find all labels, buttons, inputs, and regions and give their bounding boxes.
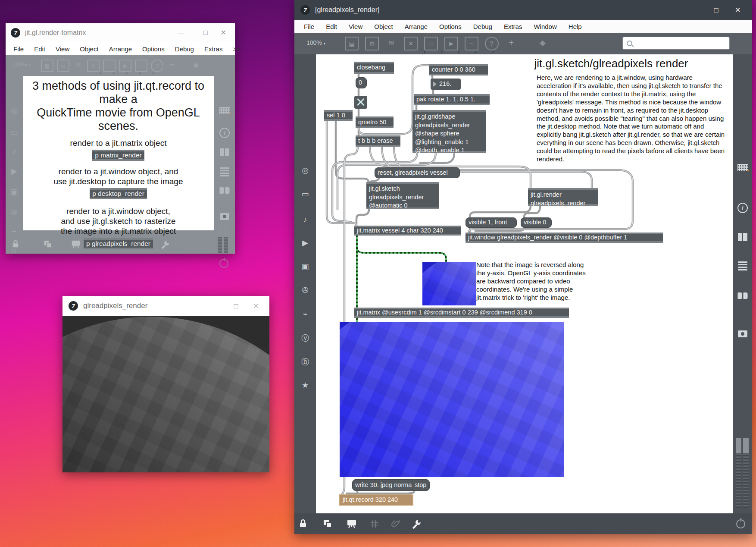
toggle-checked-icon[interactable] (354, 96, 367, 109)
search-box[interactable] (622, 37, 730, 50)
menu-view[interactable]: View (349, 23, 362, 30)
plug-icon[interactable]: ⌁ (303, 309, 308, 319)
menu-help[interactable]: Help (569, 23, 582, 30)
power-icon[interactable] (219, 259, 228, 268)
trigger-object[interactable]: t b b b erase (356, 135, 400, 147)
comment-icon[interactable]: ✉ (385, 37, 397, 49)
menu-extras[interactable]: Extras (504, 23, 522, 30)
target-icon[interactable]: ◎ (302, 166, 309, 175)
number-box[interactable]: 216. (431, 79, 461, 90)
titlebar[interactable]: 7 jit.gl.render-tomatrix — □ ✕ (6, 23, 235, 42)
menu-options[interactable]: Options (439, 23, 462, 30)
pak-object[interactable]: pak rotate 1. 1. 0.5 1. (414, 94, 490, 105)
preview-pwindow[interactable] (422, 262, 476, 305)
jit-window-object[interactable]: jit.window glreadpixels_render @visible … (465, 233, 663, 243)
patcher-canvas[interactable]: 3 methods of using jit.qt.record to make… (23, 76, 214, 230)
power-icon[interactable] (736, 519, 745, 528)
audio-note-icon[interactable]: ♪ (303, 215, 307, 224)
projector-icon[interactable]: ▭ (301, 189, 309, 199)
dial-icon[interactable]: ? (151, 60, 163, 72)
projector-icon[interactable]: ▭ (10, 128, 18, 137)
maximize-button[interactable]: □ (203, 29, 208, 36)
vizzie-icon[interactable]: ⓥ (301, 333, 309, 343)
titlebar[interactable]: 7 [glreadpixels_render] — □ ✕ (294, 0, 752, 20)
menu-arrange[interactable]: Arrange (405, 23, 428, 30)
zoom-level[interactable]: 100% ▾ (306, 39, 325, 46)
matrix-render-subpatcher[interactable]: p matrix_render (92, 150, 144, 161)
info-icon[interactable]: i (737, 203, 748, 213)
flonum-icon[interactable]: − (135, 60, 147, 72)
visible-front-message[interactable]: visible 1, front (465, 217, 517, 228)
reference-book-icon[interactable] (737, 292, 747, 299)
playbar-icon[interactable]: ▶ (444, 37, 458, 50)
target-icon[interactable]: ◎ (11, 106, 18, 116)
zoom-level[interactable]: 100% ▾ (12, 61, 30, 68)
menu-window[interactable]: Window (534, 23, 556, 30)
stop-message[interactable]: stop (412, 479, 430, 491)
minimize-button[interactable]: — (206, 303, 213, 309)
plug-icon[interactable]: ⌁ (12, 226, 17, 236)
vessel-matrix-object[interactable]: jit.matrix vessel 4 char 320 240 (354, 226, 461, 236)
layers-icon[interactable] (323, 519, 332, 528)
sel-object[interactable]: sel 1 0 (324, 110, 353, 121)
add-object-icon[interactable]: + (505, 37, 517, 49)
lock-icon[interactable] (299, 519, 307, 528)
minimize-button[interactable]: — (685, 7, 691, 13)
menu-arrange[interactable]: Arrange (109, 45, 132, 53)
snapshot-camera-icon[interactable] (738, 330, 747, 337)
list-icon[interactable] (220, 167, 229, 178)
reference-book-icon[interactable] (220, 187, 230, 194)
visible-off-message[interactable]: visible 0 (521, 217, 552, 228)
close-button[interactable]: ✕ (221, 29, 226, 36)
object-icon[interactable]: m (57, 60, 69, 72)
wrench-icon[interactable] (412, 519, 422, 529)
write-message[interactable]: write 30. jpeg normal (352, 479, 417, 491)
close-button[interactable]: ✕ (253, 302, 259, 310)
menu-debug[interactable]: Debug (175, 45, 194, 53)
columns-icon[interactable] (738, 233, 747, 241)
star-icon[interactable]: ★ (302, 380, 309, 390)
menu-object[interactable]: Object (374, 23, 393, 30)
paperclip-add-icon[interactable] (391, 519, 401, 529)
menu-options[interactable]: Options (142, 45, 165, 53)
panel-icon[interactable]: ▤ (41, 60, 53, 72)
list-icon[interactable] (738, 261, 747, 272)
close-button[interactable]: ✕ (735, 6, 741, 14)
paperclip-icon[interactable]: ✇ (11, 208, 17, 217)
zero-message[interactable]: 0 (356, 77, 367, 88)
playlist-icon[interactable]: ▶ (302, 238, 308, 248)
matrixctrl-icon[interactable] (737, 164, 748, 171)
qmetro-object[interactable]: qmetro 50 (356, 116, 394, 128)
menu-edit[interactable]: Edit (34, 45, 45, 53)
menu-object[interactable]: Object (80, 45, 98, 53)
maximize-button[interactable]: □ (234, 302, 238, 310)
presentation-icon[interactable] (347, 519, 357, 529)
object-icon[interactable]: m (365, 37, 379, 50)
minimize-button[interactable]: — (178, 30, 184, 36)
search-input[interactable] (636, 40, 719, 47)
counter-object[interactable]: counter 0 0 360 (429, 64, 488, 75)
playlist-icon[interactable]: ▶ (11, 167, 17, 176)
patcher-canvas[interactable]: jit.gl.sketch/glreadpixels render Here, … (316, 54, 733, 513)
render-object[interactable]: jit.gl.render glreadpixels_render (528, 188, 598, 206)
menu-edit[interactable]: Edit (326, 23, 337, 30)
wrench-icon[interactable] (161, 239, 170, 249)
lock-icon[interactable] (12, 240, 19, 248)
pictctrl-icon[interactable]: ◆ (537, 37, 549, 49)
image-icon[interactable]: ▣ (301, 262, 309, 271)
reset-message[interactable]: reset, glreadpixels vessel (375, 167, 460, 178)
image-icon[interactable]: ▣ (10, 187, 18, 197)
pictctrl-icon[interactable]: ◆ (191, 60, 201, 70)
columns-icon[interactable] (220, 148, 229, 156)
toggle-icon[interactable]: ✕ (87, 60, 100, 72)
button-icon[interactable]: ○ (424, 37, 438, 50)
paperclip-icon[interactable]: ✇ (302, 286, 308, 295)
main-pwindow[interactable] (340, 322, 564, 477)
beap-icon[interactable]: ⓑ (301, 357, 309, 367)
closebang-object[interactable]: closebang (354, 62, 394, 74)
audio-note-icon[interactable]: ♪ (12, 147, 16, 156)
flonum-icon[interactable]: − (465, 37, 478, 50)
menu-debug[interactable]: Debug (473, 23, 492, 30)
glreadpixels-render-subpatcher[interactable]: p glreadpixels_render (84, 238, 153, 249)
layers-icon[interactable] (44, 240, 52, 248)
